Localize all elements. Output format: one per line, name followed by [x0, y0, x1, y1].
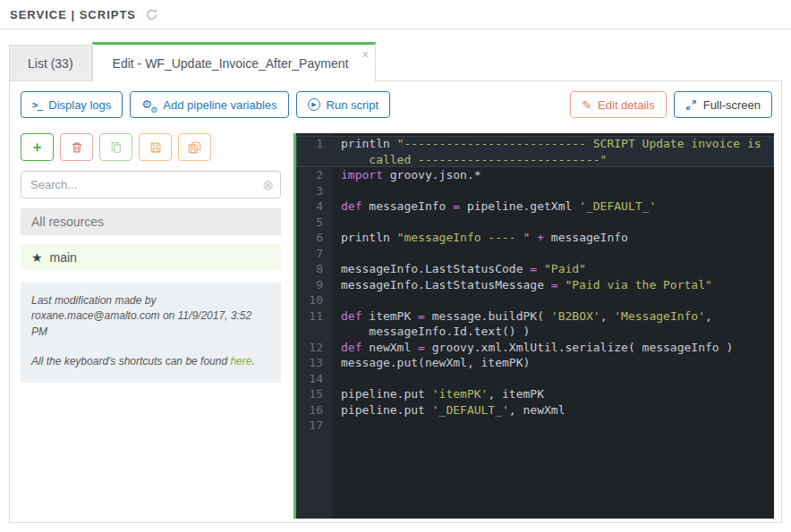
code-line[interactable]: 8messageInfo.LastStatusCode = "Paid": [296, 261, 774, 277]
code-line[interactable]: 11def itemPK = message.buildPK( 'B2BOX',…: [296, 308, 774, 340]
search-input[interactable]: [21, 171, 281, 198]
resource-icon-toolbar: +: [21, 133, 283, 161]
breadcrumb: SERVICE | SCRIPTS: [10, 8, 136, 21]
code-line[interactable]: 13message.put(newXml, itemPK): [296, 355, 774, 371]
code-line[interactable]: 6println "messageInfo ---- " + messageIn…: [296, 230, 774, 246]
resource-item-label: main: [50, 250, 77, 265]
code-line[interactable]: 12def newXml = groovy.xml.XmlUtil.serial…: [296, 340, 774, 356]
code-line[interactable]: 9messageInfo.LastStatusMessage = "Paid v…: [296, 277, 774, 293]
close-icon[interactable]: ×: [361, 48, 369, 61]
clear-search-icon[interactable]: ⊗: [262, 177, 274, 193]
code-line[interactable]: 16pipeline.put '_DEFAULT_', newXml: [296, 402, 774, 418]
code-line[interactable]: 14: [296, 371, 774, 387]
main-panel: >_ Display logs ⚙ ⚙ Add pipeline variabl…: [9, 80, 782, 523]
full-screen-label: Full-screen: [703, 98, 761, 112]
pencil-icon: ✎: [582, 98, 591, 112]
shortcuts-note: All the keyboard's shortcuts can be foun…: [31, 354, 270, 369]
display-logs-label: Display logs: [48, 98, 111, 112]
code-line[interactable]: 2import groovy.json.*: [296, 167, 774, 183]
tab-bar: List (33) Edit - WF_Update_Invoice_After…: [9, 42, 782, 80]
tab-list-label: List (33): [28, 56, 73, 71]
star-icon: ★: [31, 250, 43, 265]
code-line[interactable]: 1println "-------------------------- SCR…: [296, 136, 774, 167]
code-editor[interactable]: 1println "-------------------------- SCR…: [293, 133, 774, 519]
plus-icon: +: [33, 139, 42, 156]
expand-icon: [685, 99, 697, 111]
save-icon: [149, 141, 162, 154]
breadcrumb-bar: SERVICE | SCRIPTS: [0, 0, 791, 30]
terminal-icon: >_: [32, 99, 42, 111]
run-script-button[interactable]: ▶ Run script: [296, 91, 391, 118]
code-line[interactable]: 15pipeline.put 'itemPK', itemPK: [296, 386, 774, 402]
full-screen-button[interactable]: Full-screen: [674, 91, 772, 118]
resource-item-main[interactable]: ★ main: [21, 244, 281, 270]
code-line[interactable]: 10: [296, 292, 774, 308]
code-line[interactable]: 7: [296, 246, 774, 262]
delete-resource-button[interactable]: [60, 133, 93, 161]
save-resource-button[interactable]: [139, 133, 172, 161]
copy-icon: [110, 141, 123, 154]
play-circle-icon: ▶: [308, 98, 320, 111]
add-pipeline-variables-button[interactable]: ⚙ ⚙ Add pipeline variables: [130, 91, 288, 118]
run-script-label: Run script: [327, 98, 379, 112]
info-note: Last modification made by roxane.mace@am…: [21, 283, 281, 383]
edit-details-button[interactable]: ✎ Edit details: [570, 91, 667, 118]
add-pipeline-variables-label: Add pipeline variables: [163, 98, 276, 112]
edit-details-label: Edit details: [598, 98, 655, 112]
display-logs-button[interactable]: >_ Display logs: [21, 91, 123, 118]
code-lines: 1println "-------------------------- SCR…: [296, 133, 774, 434]
action-toolbar: >_ Display logs ⚙ ⚙ Add pipeline variabl…: [21, 91, 772, 118]
search-box: ⊗: [21, 171, 281, 198]
resource-list-header: All resources: [21, 208, 281, 235]
resource-sidebar: +: [19, 133, 283, 519]
code-line[interactable]: 4def messageInfo = pipeline.getXml '_DEF…: [296, 198, 774, 215]
duplicate-resource-button[interactable]: [99, 133, 132, 161]
save-all-icon: [188, 140, 201, 154]
tab-edit-label: Edit - WF_Update_Invoice_After_Payment: [113, 56, 349, 71]
code-line[interactable]: 3: [296, 183, 774, 199]
trash-icon: [71, 141, 83, 154]
tab-list[interactable]: List (33): [9, 45, 92, 80]
shortcuts-link[interactable]: here: [230, 355, 251, 367]
save-all-button[interactable]: [178, 133, 211, 161]
refresh-icon[interactable]: [145, 8, 158, 21]
code-line[interactable]: 17: [296, 418, 774, 434]
tab-edit-script[interactable]: Edit - WF_Update_Invoice_After_Payment ×: [92, 42, 377, 81]
gears-icon: ⚙ ⚙: [141, 98, 157, 112]
last-modification-note: Last modification made by roxane.mace@am…: [31, 293, 270, 340]
add-resource-button[interactable]: +: [21, 133, 54, 161]
code-line[interactable]: 5: [296, 215, 774, 231]
